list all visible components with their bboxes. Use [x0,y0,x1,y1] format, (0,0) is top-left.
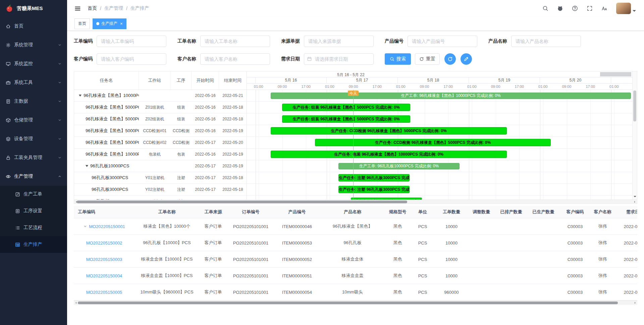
gantt-horizontal-scrollbar[interactable] [74,200,637,204]
search-icon[interactable] [542,5,548,11]
sidebar-menu: 首页系统管理系统监控系统工具主数据仓储管理设备管理工装夹具管理生产管理生产工单工… [0,17,67,253]
gantt-grid-row[interactable]: 96孔移液盒【黑色】5000PCSZ02组装机组装2022-05-162022-… [74,113,247,125]
filter-label: 客户名称 [177,56,196,62]
tab-home[interactable]: 首页 [74,18,90,29]
sidebar-item-label: 生产管理 [14,173,33,179]
tree-collapse-icon[interactable] [86,165,88,167]
gantt-grid-row[interactable]: 96孔孔板3000PCSY03注塑机注塑2022-05-172022-05-18 [74,196,247,200]
gantt-grid-row[interactable]: 96孔移液盒【黑色】5000PCSCCD检测#02CCD检测2022-05-17… [74,137,247,149]
breadcrumb-production-mgmt[interactable]: 生产管理 [104,5,123,11]
sidebar-item-label: 工序设置 [23,208,42,214]
table-horizontal-scrollbar[interactable] [74,301,637,305]
chevron-up-icon [58,174,62,178]
gantt-grid-row[interactable]: 96孔移液盒【黑色】10000PCS包装机包装2022-05-162022-05… [74,149,247,160]
gantt-bar[interactable]: 生产任务: 包装 96孔移液盒【黑色】10000PCS 完成比例: 0% [271,151,507,158]
edit-schedule-button[interactable] [461,53,472,65]
chevron-down-icon [58,62,62,66]
sidebar-item-home[interactable]: 首页 [0,17,67,36]
sidebar-item-system-tools[interactable]: 系统工具 [0,73,67,92]
source-doc-input[interactable] [304,36,374,47]
gantt-bar[interactable]: 生产任务: 注塑 96孔孔板3000PCS 完成比例: 0% [351,198,422,200]
search-button[interactable]: 搜索 [385,53,411,65]
tab-production-schedule[interactable]: 生产排产× [93,18,126,29]
filter-row-2: 客户编码客户名称需求日期搜索重置 [74,53,638,65]
avatar[interactable] [616,3,631,14]
table-row[interactable]: MO20220515000510mm吸头【960000】PCS客户订单PO202… [74,284,637,301]
scrollbar-thumb[interactable] [633,91,636,121]
customer-code-input[interactable] [97,53,166,65]
row-expand-icon[interactable] [83,224,87,228]
work-order-code-input[interactable] [97,36,166,47]
gantt-grid-row[interactable]: 96孔移液盒【黑色】10000PCS2022-05-162022-05-21 [74,90,247,102]
gantt-chart-row: 生产任务: 注塑 96孔孔板3000PCS 完成比例: 0% [247,184,632,196]
gantt-grid-row[interactable]: 96孔移液盒【黑色】5000PCSCCD检测#01CCD检测2022-05-16… [74,125,247,137]
work-order-link[interactable]: MO202205150004 [86,273,122,278]
sidebar-item-system-monitor[interactable]: 系统监控 [0,54,67,73]
gantt-grid-row[interactable]: 96孔孔板3000PCSY02注塑机注塑2022-05-172022-05-18 [74,184,247,196]
table-row[interactable]: MO202205150001移液盒【黑色】10000个客户订单PO2022051… [74,218,637,235]
table-row[interactable]: MO202205150003移液盒盒体【10000】PCS客户订单PO20220… [74,251,637,268]
gantt-grid-row[interactable]: 96孔孔板10000PCS2022-05-172022-05-19 [74,160,247,172]
gantt-column-header: 工作站 [139,71,171,90]
sidebar-item-system-mgmt[interactable]: 系统管理 [0,36,67,54]
gantt-bar[interactable]: 生产工单: 96孔移液盒【黑色】10000PCS 完成比例: 0% [271,93,631,99]
user-menu[interactable] [616,3,636,14]
sidebar-item-master-data[interactable]: 主数据 [0,92,67,111]
gantt-bar[interactable]: 生产任务: 注塑 96孔孔板3000PCS 完成比例: 0% [338,174,410,181]
scroll-right-arrow[interactable] [635,302,637,304]
scrollbar-thumb[interactable] [77,201,407,203]
help-icon[interactable] [572,5,578,11]
table-cell-qty: 10000 [435,224,468,229]
gantt-grid-row[interactable]: 96孔移液盒【黑色】5000PCSZ01组装机组装2022-05-162022-… [74,102,247,113]
demand-date-input[interactable] [304,53,374,65]
gantt-bar[interactable]: 生产任务: CCD检测 96孔移液盒【黑色】5000PCS 完成比例: 0% [271,127,507,134]
sidebar-item-process-flow[interactable]: 工艺流程 [0,219,67,236]
gantt-hour-label: 01:00 [325,85,334,89]
gantt-bar[interactable]: 生产任务: CCD检测 96孔移液盒【黑色】5000PCS 完成比例: 0% [315,139,551,146]
product-code-input[interactable] [408,36,477,47]
sidebar-item-warehouse-mgmt[interactable]: 仓储管理 [0,111,67,129]
breadcrumb-home[interactable]: 首页 [88,5,97,11]
gantt-header-scroll-thumb[interactable] [600,72,631,76]
scrollbar-thumb[interactable] [78,302,618,304]
work-order-link[interactable]: MO202205150002 [86,240,122,246]
work-order-link[interactable]: MO202205150003 [86,257,122,262]
gantt-task-name-cell: 96孔孔板3000PCS [74,175,139,181]
reset-button[interactable]: 重置 [415,53,440,65]
font-size-icon[interactable] [601,5,607,11]
hamburger-icon[interactable] [74,5,81,12]
tree-collapse-icon[interactable] [79,95,82,97]
sidebar-item-process-setting[interactable]: 工序设置 [0,203,67,219]
github-icon[interactable] [557,5,563,11]
gantt-grid-row[interactable]: 96孔孔板3000PCSY01注塑机注塑2022-05-172022-05-18 [74,172,247,184]
work-order-link[interactable]: MO202205150001 [89,224,125,229]
scroll-right-arrow[interactable] [634,201,636,203]
work-order-link[interactable]: MO202205150005 [86,290,122,295]
gantt-process-cell: CCD检测 [171,128,192,134]
gantt-vertical-scrollbar[interactable] [632,71,637,200]
table-row[interactable]: MO202205150004移液盒盒盖【10000】PCS客户订单PO20220… [74,268,637,284]
customer-name-input[interactable] [200,53,270,65]
work-order-code-cell: MO202205150002 [74,240,135,246]
gantt-bar[interactable]: 生产工单: 96孔孔板10000PCS 完成比例: 0% [338,163,460,169]
scroll-down-arrow[interactable] [634,196,636,199]
scroll-left-arrow[interactable] [74,302,76,304]
gantt-bar[interactable]: 生产任务: 组装 96孔移液盒【黑色】5000PCS 完成比例: 0% [282,115,410,123]
fullscreen-icon[interactable] [587,5,593,11]
app-logo[interactable]: 苦糖果MES [0,0,67,17]
table-row[interactable]: MO20220515000296孔孔板【10000】PCS客户订单PO20220… [74,235,637,251]
gantt-bar[interactable]: 生产任务: 组装 96孔移液盒【黑色】5000PCS 完成比例: 0% [282,104,410,111]
sidebar-item-equipment-mgmt[interactable]: 设备管理 [0,129,67,148]
refresh-gantt-button[interactable] [444,53,456,65]
sidebar-item-production-schedule[interactable]: 生产排产 [0,236,67,253]
work-order-name-input[interactable] [200,36,270,47]
gantt-bar[interactable]: 生产任务: 注塑 96孔孔板3000PCS 完成比例: 0% [338,186,410,193]
sidebar-item-production-order[interactable]: 生产工单 [0,186,67,203]
tab-close-icon[interactable]: × [120,21,123,26]
breadcrumb-production-schedule[interactable]: 生产排产 [130,5,149,11]
product-name-input[interactable] [511,36,581,47]
table-cell-qty: 10000 [435,273,468,278]
filter-label: 工单编码 [74,38,93,44]
sidebar-item-fixture-mgmt[interactable]: 工装夹具管理 [0,148,67,167]
sidebar-item-production-mgmt[interactable]: 生产管理 [0,167,67,186]
